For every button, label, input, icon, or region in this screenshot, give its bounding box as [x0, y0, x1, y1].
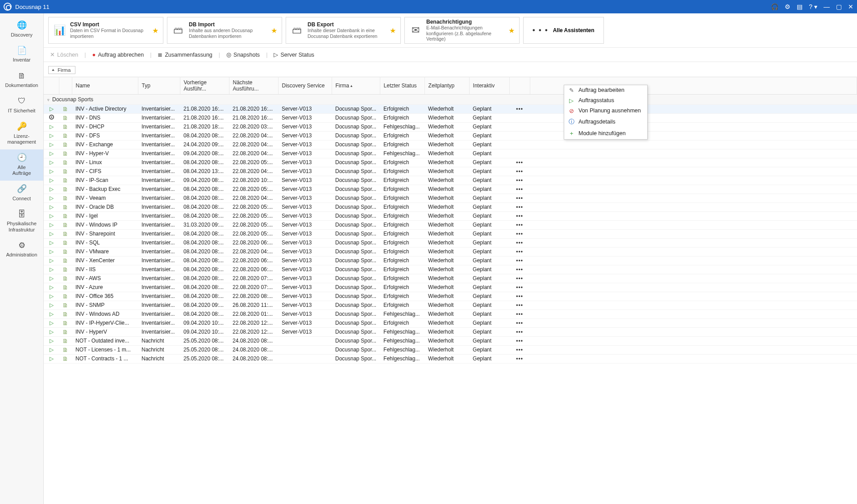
star-icon[interactable]: ★	[152, 26, 158, 35]
star-icon[interactable]: ★	[390, 26, 396, 35]
context-menu-item-edit[interactable]: ✎Auftrag bearbeiten	[564, 85, 647, 95]
row-actions-button[interactable]: •••	[509, 238, 530, 247]
row-actions-button[interactable]: •••	[509, 265, 530, 274]
row-actions-button[interactable]: •••	[509, 158, 530, 167]
context-menu-item-info[interactable]: ⓘAuftragsdetails	[564, 116, 647, 128]
row-actions-button[interactable]: •••	[509, 354, 530, 363]
star-icon[interactable]: ★	[271, 26, 277, 35]
table-row[interactable]: ▷🗎INV - IISInventarisier...08.04.2020 08…	[44, 265, 857, 274]
group-chip-firma[interactable]: Firma	[48, 66, 75, 74]
column-header[interactable]: Discovery Service	[278, 77, 332, 94]
row-actions-button[interactable]: •••	[509, 167, 530, 176]
cancel-job-button[interactable]: ● Auftrag abbrechen	[92, 51, 144, 58]
table-row[interactable]: ▷🗎INV - SQLInventarisier...08.04.2020 08…	[44, 238, 857, 247]
device-icon[interactable]: ▤	[797, 3, 803, 10]
card-csv-import[interactable]: 📊 CSV Import Daten im CSV Format in Docu…	[48, 17, 163, 44]
table-row[interactable]: ▷🗎INV - AzureInventarisier...08.04.2020 …	[44, 283, 857, 292]
table-row[interactable]: ▷🗎INV - ExchangeInventarisier...24.04.20…	[44, 140, 857, 149]
row-actions-button[interactable]: •••	[509, 301, 530, 310]
context-menu-item-plus[interactable]: ＋Module hinzufügen	[564, 128, 647, 139]
table-row[interactable]: ▷🗎INV - XenCenterInventarisier...08.04.2…	[44, 256, 857, 265]
table-row[interactable]: ▷🗎NOT - Licenses - 1 m...Nachricht25.05.…	[44, 345, 857, 354]
sidebar-item-alle-auftr-ge[interactable]: 🕘Alle Aufträge	[0, 149, 43, 181]
row-actions-button[interactable]: •••	[509, 194, 530, 202]
table-row[interactable]: ▷🗎NOT - Outdated inve...Nachricht25.05.2…	[44, 336, 857, 345]
settings-icon[interactable]: ⚙	[785, 3, 790, 10]
table-row[interactable]: ▷🗎INV - VMwareInventarisier...08.04.2020…	[44, 247, 857, 256]
maximize-icon[interactable]: ▢	[836, 3, 842, 10]
table-row[interactable]: ▷🗎INV - CIFSInventarisier...08.04.2020 1…	[44, 167, 857, 176]
row-actions-button[interactable]: •••	[509, 202, 530, 211]
row-actions-button[interactable]: •••	[509, 211, 530, 220]
delete-button[interactable]: ✕ Löschen	[50, 51, 78, 58]
column-header[interactable]	[509, 77, 530, 94]
row-actions-button[interactable]: •••	[509, 220, 530, 229]
group-header-row[interactable]: ▿Docusnap Sports	[44, 94, 857, 104]
column-header[interactable]: Typ	[138, 77, 180, 94]
table-row[interactable]: ▷🗎INV - SharepointInventarisier...08.04.…	[44, 229, 857, 238]
table-row[interactable]: ▷🗎INV - LinuxInventarisier...08.04.2020 …	[44, 158, 857, 167]
table-row[interactable]: ▷🗎INV - IP-ScanInventarisier...09.04.202…	[44, 176, 857, 185]
table-row[interactable]: ▷🗎INV - HyperVInventarisier...09.04.2020…	[44, 327, 857, 336]
close-icon[interactable]: ✕	[848, 3, 853, 10]
star-icon[interactable]: ★	[508, 26, 515, 35]
row-actions-button[interactable]: •••	[509, 104, 530, 113]
row-actions-button[interactable]: •••	[509, 292, 530, 301]
row-actions-button[interactable]: •••	[509, 247, 530, 256]
card-notification[interactable]: ✉ Benachrichtigung E-Mail-Benachrichtigu…	[404, 17, 520, 44]
row-actions-button[interactable]: •••	[509, 256, 530, 265]
summary-button[interactable]: ≣ Zusammenfassung	[158, 51, 212, 58]
sidebar-item-inventar[interactable]: 📄Inventar	[0, 42, 43, 68]
column-header[interactable]	[44, 77, 59, 94]
row-actions-button[interactable]	[509, 122, 530, 131]
snapshots-button[interactable]: ◎ Snapshots	[226, 51, 260, 58]
table-row[interactable]: 🗎INV - DNSInventarisier...21.08.2020 16:…	[44, 113, 857, 122]
server-status-button[interactable]: ▷ Server Status	[274, 51, 314, 58]
context-menu-item-exclude[interactable]: ⊘Von Planung ausnehmen	[564, 106, 647, 116]
column-header[interactable]: Letzter Status	[380, 77, 424, 94]
sidebar-item-physikalische-infrastruktur[interactable]: 🗄Physikalische Infrastruktur	[0, 206, 43, 237]
table-row[interactable]: ▷🗎INV - IgelInventarisier...08.04.2020 0…	[44, 211, 857, 220]
sidebar-item-it-sicherheit[interactable]: 🛡IT Sicherheit	[0, 93, 43, 118]
row-actions-button[interactable]: •••	[509, 229, 530, 238]
card-db-export[interactable]: 🗃 DB Export Inhalte dieser Datenbank in …	[286, 17, 401, 44]
column-header[interactable]	[59, 77, 72, 94]
row-actions-button[interactable]	[509, 131, 530, 140]
column-header[interactable]: Name	[72, 77, 138, 94]
table-row[interactable]: ▷🗎INV - VeeamInventarisier...08.04.2020 …	[44, 194, 857, 202]
table-row[interactable]: ▷🗎INV - Oracle DBInventarisier...08.04.2…	[44, 202, 857, 211]
row-actions-button[interactable]: •••	[509, 336, 530, 345]
sidebar-item-connect[interactable]: 🔗Connect	[0, 181, 43, 206]
row-actions-button[interactable]	[509, 140, 530, 149]
row-actions-button[interactable]: •••	[509, 327, 530, 336]
table-row[interactable]: ▷🗎INV - Windows IPInventarisier...31.03.…	[44, 220, 857, 229]
row-actions-button[interactable]: •••	[509, 345, 530, 354]
card-db-import[interactable]: 🗃 DB Import Inhalte aus anderen Docusnap…	[167, 17, 282, 44]
row-actions-button[interactable]: •••	[509, 318, 530, 327]
minimize-icon[interactable]: —	[824, 3, 830, 10]
context-menu-item-play[interactable]: ▷Auftragsstatus	[564, 95, 647, 106]
table-row[interactable]: ▷🗎INV - Active DirectoryInventarisier...…	[44, 104, 857, 113]
table-row[interactable]: ▷🗎NOT - Contracts - 1 ...Nachricht25.05.…	[44, 354, 857, 363]
table-row[interactable]: ▷🗎INV - Hyper-VInventarisier...09.04.202…	[44, 149, 857, 158]
sidebar-item-dokumentation[interactable]: 🗎Dokumentation	[0, 68, 43, 93]
table-row[interactable]: ▷🗎INV - DFSInventarisier...08.04.2020 08…	[44, 131, 857, 140]
row-actions-button[interactable]: •••	[509, 185, 530, 194]
column-header[interactable]: Interaktiv	[469, 77, 509, 94]
table-row[interactable]: ▷🗎INV - AWSInventarisier...08.04.2020 08…	[44, 274, 857, 283]
row-actions-button[interactable]: •••	[509, 283, 530, 292]
card-all-assistants[interactable]: • • • Alle Assistenten	[523, 17, 604, 44]
column-header[interactable]: Nächste Ausführu...	[229, 77, 278, 94]
row-actions-button[interactable]: •••	[509, 176, 530, 185]
column-header[interactable]: Zeitplantyp	[424, 77, 469, 94]
row-actions-button[interactable]: •••	[509, 310, 530, 318]
column-header[interactable]: Firma	[332, 77, 380, 94]
row-actions-button[interactable]: •••	[509, 274, 530, 283]
row-actions-button[interactable]	[509, 113, 530, 122]
help-icon[interactable]: ? ▾	[809, 3, 817, 10]
table-row[interactable]: ▷🗎INV - Office 365Inventarisier...08.04.…	[44, 292, 857, 301]
row-actions-button[interactable]	[509, 149, 530, 158]
table-row[interactable]: ▷🗎INV - Windows ADInventarisier...08.04.…	[44, 310, 857, 318]
sidebar-item-lizenz-management[interactable]: 🔑Lizenz- management	[0, 118, 43, 149]
table-row[interactable]: ▷🗎INV - DHCPInventarisier...21.08.2020 1…	[44, 122, 857, 131]
